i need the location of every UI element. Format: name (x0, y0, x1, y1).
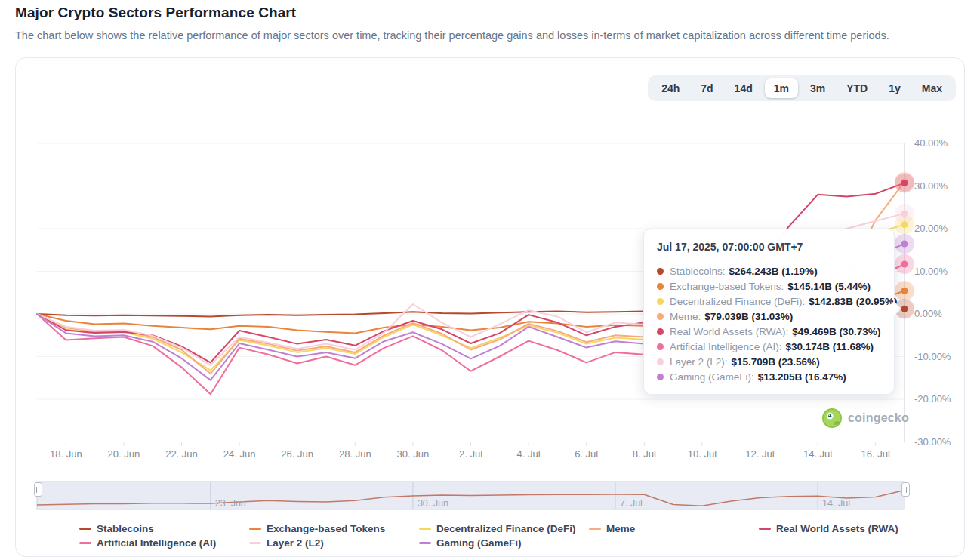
y-axis-label: 20.00% (914, 223, 967, 234)
series-dot-icon (657, 268, 664, 275)
page-title: Major Crypto Sectors Performance Chart (15, 5, 296, 21)
legend-line-icon (249, 542, 261, 544)
legend-line-icon (419, 528, 431, 530)
legend-line-icon (79, 528, 91, 530)
legend-item-real-world-assets-rwa[interactable]: Real World Assets (RWA) (759, 522, 929, 534)
legend-item-meme[interactable]: Meme (589, 522, 759, 534)
marker-stablecoins (901, 306, 908, 312)
x-axis-label: 14. Jul (791, 448, 844, 460)
marker-artificial-intelligence-ai (901, 261, 908, 268)
x-axis-label: 20. Jun (97, 448, 150, 460)
navigator-date-label: 23. Jun (215, 498, 246, 509)
x-axis-label: 24. Jun (213, 448, 266, 460)
legend-item-decentralized-finance-defi[interactable]: Decentralized Finance (DeFi) (419, 522, 589, 534)
tooltip-date: Jul 17, 2025, 07:00:00 GMT+7 (657, 241, 882, 253)
legend-item-artificial-intelligence-ai[interactable]: Artificial Intelligence (AI) (79, 537, 249, 549)
coingecko-watermark: coingecko (822, 408, 909, 428)
coingecko-logo-icon (822, 408, 842, 428)
tooltip-row-stablecoins: Stablecoins:$264.243B (1.19%) (657, 263, 882, 278)
legend-line-icon (79, 542, 91, 544)
x-axis-label: 8. Jul (618, 448, 670, 460)
series-dot-icon (657, 358, 664, 365)
navigator-date-label: 7. Jul (620, 498, 643, 509)
page: Major Crypto Sectors Performance Chart T… (0, 0, 980, 560)
x-axis-label: 2. Jul (445, 448, 498, 460)
legend-item-layer-2-l2[interactable]: Layer 2 (L2) (249, 537, 419, 549)
x-axis-label: 26. Jun (271, 448, 324, 460)
navigator-date-label: 14. Jul (822, 498, 850, 509)
x-axis-label: 6. Jul (560, 448, 613, 460)
x-axis-label: 12. Jul (734, 448, 787, 460)
coingecko-watermark-text: coingecko (848, 411, 909, 425)
y-axis-label: 30.00% (914, 180, 967, 192)
legend-line-icon (759, 528, 771, 530)
x-axis-label: 30. Jun (387, 448, 439, 460)
y-axis-label: 10.00% (914, 266, 967, 277)
tooltip-row-artificial-intelligence-ai: Artificial Intelligence (AI):$30.174B (1… (657, 339, 882, 354)
legend-item-stablecoins[interactable]: Stablecoins (79, 522, 249, 534)
x-axis-label: 22. Jun (156, 448, 208, 460)
legend-item-exchange-based-tokens[interactable]: Exchange-based Tokens (249, 522, 419, 534)
navigator-right-handle[interactable] (901, 482, 910, 497)
chart-legend: StablecoinsExchange-based TokensDecentra… (79, 522, 929, 549)
chart-card: 24h7d14d1m3mYTD1yMax 40.00%30.00%20.00%1… (15, 57, 965, 557)
tooltip-row-layer-2-l2: Layer 2 (L2):$15.709B (23.56%) (657, 354, 882, 369)
tooltip-row-gaming-gamefi: Gaming (GameFi):$13.205B (16.47%) (657, 369, 882, 384)
y-axis-label: -20.00% (914, 393, 967, 405)
x-axis-label: 28. Jun (328, 448, 381, 460)
y-axis-label: -30.00% (914, 436, 967, 448)
legend-line-icon (249, 528, 261, 530)
page-subtitle: The chart below shows the relative perfo… (15, 29, 889, 42)
marker-exchange-based-tokens (901, 288, 908, 294)
series-dot-icon (657, 374, 664, 380)
y-axis-label: 0.00% (914, 308, 967, 319)
y-axis-label: 40.00% (914, 137, 967, 149)
tooltip-row-exchange-based-tokens: Exchange-based Tokens:$145.14B (5.44%) (657, 278, 882, 294)
marker-layer-2-l2 (901, 210, 908, 217)
tooltip-row-decentralized-finance-defi: Decentralized Finance (DeFi):$142.83B (2… (657, 294, 882, 309)
navigator-date-label: 30. Jun (418, 498, 448, 509)
x-axis-label: 16. Jul (849, 448, 902, 460)
marker-decentralized-finance-defi (901, 221, 908, 228)
legend-line-icon (419, 542, 431, 544)
marker-real-world-assets-rwa (901, 180, 908, 186)
series-dot-icon (657, 283, 664, 290)
x-axis-label: 4. Jul (502, 448, 555, 460)
series-dot-icon (657, 328, 664, 335)
marker-gaming-gamefi (901, 240, 908, 247)
tooltip-row-real-world-assets-rwa: Real World Assets (RWA):$49.469B (30.73%… (657, 324, 882, 339)
legend-line-icon (589, 528, 601, 530)
chart-tooltip: Jul 17, 2025, 07:00:00 GMT+7 Stablecoins… (643, 229, 895, 395)
navigator-left-handle[interactable] (34, 482, 42, 497)
series-dot-icon (657, 343, 664, 350)
legend-item-gaming-gamefi[interactable]: Gaming (GameFi) (419, 537, 589, 549)
y-axis-label: -10.00% (914, 351, 967, 362)
x-axis-label: 18. Jun (39, 448, 92, 460)
tooltip-rows: Stablecoins:$264.243B (1.19%)Exchange-ba… (657, 263, 882, 384)
series-dot-icon (657, 313, 664, 320)
series-dot-icon (657, 298, 664, 305)
x-axis-label: 10. Jul (676, 448, 729, 460)
tooltip-row-meme: Meme:$79.039B (31.03%) (657, 309, 882, 324)
